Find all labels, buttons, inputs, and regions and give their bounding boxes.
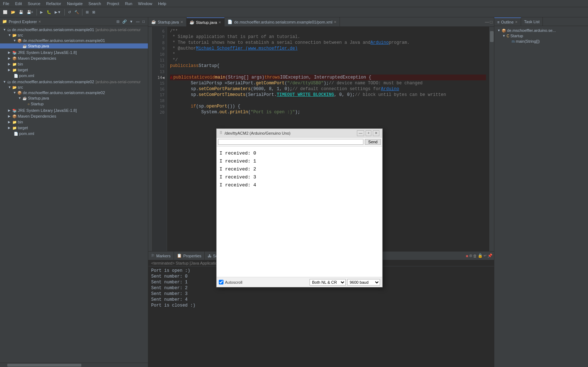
- save-btn[interactable]: 💾: [17, 8, 25, 16]
- minimize-explorer-btn[interactable]: —: [135, 19, 141, 24]
- startup02b-row[interactable]: ○ Startup: [0, 101, 148, 106]
- outline-row-main[interactable]: m main(String[]): [494, 39, 588, 44]
- open-btn[interactable]: 📂: [9, 8, 17, 16]
- jre02-row[interactable]: ▶ 📚 JRE System Library [JavaSE-1.8]: [0, 108, 148, 113]
- project-row-example02[interactable]: ▼ 🗂 de.mschoeffler.arduino.serialcomm.ex…: [0, 79, 148, 84]
- bin01-item[interactable]: ▶ 📁 bin: [0, 61, 148, 67]
- outline-item-main[interactable]: m main(String[]): [494, 38, 588, 44]
- editor-vscrollbar[interactable]: [489, 27, 494, 251]
- maximize-explorer-btn[interactable]: □: [141, 19, 146, 24]
- startup01-row[interactable]: ☕ Startup.java: [0, 43, 148, 48]
- pom02-row[interactable]: 📄 pom.xml: [0, 131, 148, 136]
- outline-item-root[interactable]: ▼ 📦 de.mschoeffler.arduino.se... ▼ C Sta…: [494, 28, 588, 45]
- serial-close-btn[interactable]: ✕: [373, 130, 379, 136]
- pom01-row[interactable]: 📄 pom.xml: [0, 73, 148, 78]
- pom01-item[interactable]: 📄 pom.xml: [0, 73, 148, 79]
- serial-minimize-btn[interactable]: —: [357, 130, 364, 136]
- startup02-row[interactable]: ▼ ☕ Startup.java: [0, 96, 148, 101]
- target02-row[interactable]: ▶ 📁 target: [0, 125, 148, 130]
- serial-line-ending-select[interactable]: Both NL & CR No line ending Newline Carr…: [310, 279, 346, 286]
- explorer-menu-btn[interactable]: ▼: [128, 19, 134, 24]
- run-btn[interactable]: ▶: [39, 8, 44, 16]
- src02-item[interactable]: ▼ 📂 src ▼ 📦 de.mschoeffler.arduino.seria…: [0, 84, 148, 107]
- link-editor-btn[interactable]: 🔗: [121, 19, 128, 24]
- serial-baud-select[interactable]: 9600 baud 300 baud 1200 baud 2400 baud 4…: [347, 279, 380, 286]
- project-item-example01[interactable]: ▼ 🗂 de.mschoeffler.arduino.serialcomm.ex…: [0, 27, 148, 79]
- maven01-item[interactable]: ▶ 📦 Maven Dependencies: [0, 55, 148, 61]
- pkg02-item[interactable]: ▼ 📦 de.mschoeffler.arduino.serialcomm.ex…: [0, 90, 148, 107]
- console-tab-properties[interactable]: 📋 Properties: [174, 252, 205, 260]
- project-item-example02[interactable]: ▼ 🗂 de.mschoeffler.arduino.serialcomm.ex…: [0, 79, 148, 137]
- pkg01-item[interactable]: ▼ 📦 de.mschoeffler.arduino.serialcomm.ex…: [0, 38, 148, 49]
- code-link-arduino2[interactable]: Arduino: [381, 86, 399, 92]
- perspective2-btn[interactable]: ⊠: [91, 8, 97, 16]
- src02-row[interactable]: ▼ 📂 src: [0, 85, 148, 90]
- editor-tab-1[interactable]: ☕ Startup.java ✕: [148, 17, 187, 26]
- outline-item-startup[interactable]: ▼ C Startup m main(String[]): [494, 33, 588, 45]
- outline-row-root[interactable]: ▼ 📦 de.mschoeffler.arduino.se...: [494, 28, 588, 33]
- minimize-editor-btn[interactable]: —: [485, 20, 489, 25]
- terminate-btn[interactable]: ⊗: [469, 253, 472, 258]
- outline-close-icon[interactable]: ✕: [515, 20, 518, 24]
- serial-input-field[interactable]: [218, 139, 363, 145]
- serial-maximize-btn[interactable]: +: [366, 130, 371, 136]
- refresh-btn[interactable]: ↺: [67, 8, 72, 16]
- perspective-btn[interactable]: ⊞: [84, 8, 90, 16]
- outline-tab[interactable]: ≡ Outline ✕: [494, 17, 521, 26]
- bin01-row[interactable]: ▶ 📁 bin: [0, 62, 148, 67]
- scroll-lock-btn[interactable]: 🔒: [478, 253, 483, 258]
- collapse-all-btn[interactable]: ⊟: [115, 19, 120, 24]
- pkg02-row[interactable]: ▼ 📦 de.mschoeffler.arduino.serialcomm.ex…: [0, 90, 148, 95]
- menu-run[interactable]: Run: [122, 1, 135, 6]
- build-btn[interactable]: 🔨: [73, 8, 80, 16]
- jre01-item[interactable]: ▶ 📚 JRE System Library [JavaSE-1.8]: [0, 50, 148, 55]
- debug-btn[interactable]: 🐛: [45, 8, 52, 16]
- task-tab[interactable]: Task List: [521, 17, 543, 26]
- code-link-author[interactable]: Michael Schoeffler (www.mschoeffler.de): [196, 46, 298, 51]
- word-wrap-btn[interactable]: ↵: [483, 253, 487, 258]
- code-link-arduino[interactable]: Arduino: [371, 40, 389, 46]
- tab3-close[interactable]: ✕: [334, 20, 337, 24]
- stop-console-btn[interactable]: ■: [466, 254, 468, 258]
- outline-row-startup[interactable]: ▼ C Startup: [494, 33, 588, 38]
- maven02-item[interactable]: ▶ 📦 Maven Dependencies: [0, 113, 148, 119]
- editor-tab-2[interactable]: ☕ Startup.java ✕: [187, 17, 225, 26]
- target02-item[interactable]: ▶ 📁 target: [0, 125, 148, 131]
- startup01-item[interactable]: ☕ Startup.java: [0, 43, 148, 49]
- menu-navigate[interactable]: Navigate: [64, 1, 85, 6]
- maximize-editor-btn[interactable]: □: [490, 20, 493, 25]
- menu-source[interactable]: Source: [25, 1, 43, 6]
- target01-item[interactable]: ▶ 📁 target: [0, 67, 148, 73]
- jre01-row[interactable]: ▶ 📚 JRE System Library [JavaSE-1.8]: [0, 50, 148, 55]
- project-row-example01[interactable]: ▼ 🗂 de.mschoeffler.arduino.serialcomm.ex…: [0, 27, 148, 32]
- editor-tab-3[interactable]: 📄 de.mschoeffler.arduino.serialcomm.exam…: [225, 17, 340, 26]
- menu-search[interactable]: Search: [86, 1, 104, 6]
- run-config-btn[interactable]: ▶▼: [53, 8, 63, 16]
- target01-row[interactable]: ▶ 📁 target: [0, 67, 148, 72]
- src01-item[interactable]: ▼ 📂 src ▼ 📦 de.mschoeffler.arduino.seria…: [0, 32, 148, 50]
- menu-window[interactable]: Window: [135, 1, 155, 6]
- startup02-item[interactable]: ▼ ☕ Startup.java: [0, 95, 148, 101]
- explorer-hscrollbar[interactable]: [0, 363, 148, 367]
- tab1-close[interactable]: ✕: [180, 20, 183, 24]
- tab2-close[interactable]: ✕: [218, 21, 221, 24]
- pom02-item[interactable]: 📄 pom.xml: [0, 131, 148, 136]
- menu-edit[interactable]: Edit: [12, 1, 25, 6]
- menu-project[interactable]: Project: [104, 1, 122, 6]
- menu-help[interactable]: Help: [155, 1, 169, 6]
- serial-send-button[interactable]: Send: [365, 139, 381, 145]
- console-tab-markers[interactable]: ⚐ Markers: [148, 252, 174, 260]
- maven01-row[interactable]: ▶ 📦 Maven Dependencies: [0, 56, 148, 61]
- startup02b-item[interactable]: ○ Startup: [0, 101, 148, 107]
- menu-file[interactable]: File: [0, 1, 12, 6]
- new-btn[interactable]: ⬜: [1, 8, 9, 16]
- clear-console-btn[interactable]: 🗑: [473, 254, 477, 258]
- pin-console-btn[interactable]: 📌: [487, 253, 493, 258]
- save-all-btn[interactable]: 💾+: [25, 8, 35, 16]
- jre02-item[interactable]: ▶ 📚 JRE System Library [JavaSE-1.8]: [0, 107, 148, 113]
- serial-autoscroll-checkbox[interactable]: [219, 280, 223, 284]
- explorer-close-icon[interactable]: ✕: [38, 20, 41, 24]
- maven02-row[interactable]: ▶ 📦 Maven Dependencies: [0, 114, 148, 119]
- bin02-row[interactable]: ▶ 📁 bin: [0, 119, 148, 125]
- src01-row[interactable]: ▼ 📂 src: [0, 33, 148, 38]
